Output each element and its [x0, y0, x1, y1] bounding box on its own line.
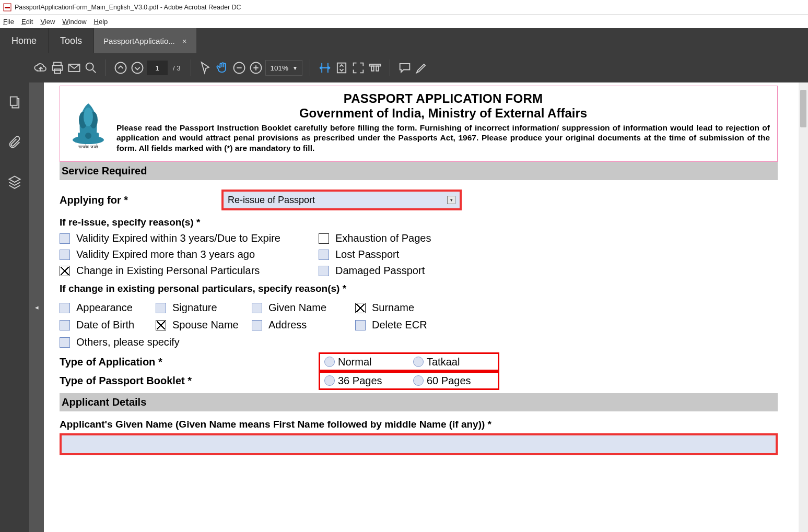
- chevron-down-icon: ▼: [292, 65, 298, 71]
- left-nav-rail: [0, 82, 29, 532]
- separator: [106, 60, 106, 76]
- cb-signature-label: Signature: [172, 302, 217, 314]
- tab-strip: Home Tools PassportApplicatio... ×: [0, 28, 808, 53]
- tab-home[interactable]: Home: [0, 28, 49, 53]
- cb-exhaustion-pages-label: Exhaustion of Pages: [335, 232, 431, 244]
- given-name-input[interactable]: [60, 433, 778, 455]
- svg-point-8: [132, 63, 143, 74]
- given-name-label: Applicant's Given Name (Given Name means…: [60, 419, 778, 430]
- radio-36pages[interactable]: 36 Pages: [320, 375, 409, 387]
- scrollbar-thumb[interactable]: [800, 90, 806, 127]
- menu-file[interactable]: File: [3, 18, 14, 26]
- svg-rect-14: [376, 66, 379, 71]
- zoom-in-icon[interactable]: [249, 61, 263, 75]
- india-emblem-icon: सत्यमेव जयते: [67, 91, 109, 154]
- radio-icon: [413, 357, 424, 367]
- form-subtitle: Government of India, Ministry of Externa…: [116, 106, 770, 121]
- cb-given-name[interactable]: [252, 303, 262, 313]
- highlight-pen-icon[interactable]: [414, 61, 429, 75]
- menu-view[interactable]: View: [40, 18, 55, 26]
- page-number-input[interactable]: [147, 61, 168, 75]
- window-titlebar: PassportApplicationForm_Main_English_V3.…: [0, 0, 808, 15]
- separator: [310, 60, 310, 76]
- tab-document[interactable]: PassportApplicatio... ×: [94, 28, 196, 53]
- print-icon[interactable]: [50, 61, 65, 75]
- menu-window[interactable]: Window: [62, 18, 86, 26]
- section-service-required: Service Required: [60, 162, 778, 180]
- cb-address[interactable]: [252, 320, 262, 330]
- tab-close-icon[interactable]: ×: [182, 37, 187, 45]
- separator: [390, 60, 390, 76]
- svg-text:सत्यमेव जयते: सत्यमेव जयते: [78, 144, 98, 149]
- cb-damaged-passport-label: Damaged Passport: [335, 265, 425, 277]
- menu-edit[interactable]: Edit: [21, 18, 33, 26]
- zoom-value: 101%: [270, 64, 288, 72]
- cloud-upload-icon[interactable]: [33, 61, 48, 75]
- reissue-reason-label: If re-issue, specify reason(s) *: [60, 217, 778, 228]
- cb-others[interactable]: [60, 337, 70, 348]
- cb-lost-passport[interactable]: [319, 250, 329, 260]
- comment-icon[interactable]: [397, 61, 412, 75]
- radio-normal-label: Normal: [338, 356, 371, 368]
- page-down-icon[interactable]: [130, 61, 145, 75]
- cb-change-particulars[interactable]: [60, 266, 70, 276]
- mail-icon[interactable]: [67, 61, 81, 75]
- cb-dob-label: Date of Birth: [76, 319, 134, 331]
- type-booklet-label: Type of Passport Booklet *: [60, 375, 319, 387]
- vertical-scrollbar[interactable]: [799, 82, 808, 532]
- menu-help[interactable]: Help: [94, 18, 108, 26]
- select-arrow-icon[interactable]: [198, 61, 213, 75]
- radio-60pages-label: 60 Pages: [427, 375, 471, 387]
- cb-signature[interactable]: [156, 303, 166, 313]
- zoom-level-select[interactable]: 101% ▼: [265, 60, 302, 76]
- zoom-out-icon[interactable]: [232, 61, 247, 75]
- cb-exhaustion-pages[interactable]: [319, 233, 329, 244]
- hand-tool-icon[interactable]: [215, 61, 230, 75]
- cb-surname[interactable]: [355, 303, 366, 313]
- svg-point-6: [86, 63, 93, 70]
- fit-page-icon[interactable]: [334, 61, 349, 75]
- cb-validity-more-3y-label: Validity Expired more than 3 years ago: [76, 249, 255, 261]
- radio-60pages[interactable]: 60 Pages: [409, 375, 498, 387]
- fit-width-icon[interactable]: [318, 61, 332, 75]
- cb-spouse-name-label: Spouse Name: [172, 319, 239, 331]
- svg-point-7: [115, 63, 126, 74]
- cb-address-label: Address: [268, 319, 307, 331]
- fullscreen-icon[interactable]: [351, 61, 366, 75]
- svg-rect-1: [5, 7, 10, 8]
- applying-for-select[interactable]: Re-issue of Passport ▾: [221, 190, 462, 210]
- cb-spouse-name[interactable]: [156, 320, 166, 330]
- radio-normal[interactable]: Normal: [320, 356, 409, 368]
- cb-delete-ecr[interactable]: [355, 320, 366, 330]
- cb-others-label: Others, please specify: [76, 336, 180, 348]
- page-total: / 3: [173, 64, 180, 72]
- form-title: PASSPORT APPLICATION FORM: [116, 91, 770, 106]
- svg-point-21: [84, 108, 93, 126]
- thumbnails-panel-icon[interactable]: [7, 95, 22, 110]
- document-viewer[interactable]: सत्यमेव जयते PASSPORT APPLICATION FORM G…: [44, 82, 808, 532]
- pdf-page: सत्यमेव जयते PASSPORT APPLICATION FORM G…: [60, 82, 808, 532]
- cb-change-particulars-label: Change in Existing Personal Particulars: [76, 265, 260, 277]
- type-booklet-group: 36 Pages 60 Pages: [319, 371, 499, 390]
- menubar: File Edit View Window Help: [0, 15, 808, 28]
- applying-for-label: Applying for *: [60, 194, 221, 206]
- read-mode-icon[interactable]: [368, 61, 382, 75]
- chevron-down-icon: ▾: [447, 196, 455, 204]
- collapse-rail-button[interactable]: ◂: [29, 82, 44, 532]
- layers-panel-icon[interactable]: [7, 174, 22, 189]
- page-up-icon[interactable]: [113, 61, 128, 75]
- cb-validity-more-3y[interactable]: [60, 250, 70, 260]
- tab-document-label: PassportApplicatio...: [103, 37, 175, 45]
- cb-dob[interactable]: [60, 320, 70, 330]
- cb-appearance[interactable]: [60, 303, 70, 313]
- radio-tatkaal-label: Tatkaal: [427, 356, 460, 368]
- pdf-app-icon: [3, 3, 11, 11]
- attachments-panel-icon[interactable]: [7, 135, 22, 149]
- cb-damaged-passport[interactable]: [319, 266, 329, 276]
- tab-tools[interactable]: Tools: [49, 28, 94, 53]
- cb-validity-expired-3y[interactable]: [60, 233, 70, 244]
- cb-validity-expired-3y-label: Validity Expired within 3 years/Due to E…: [76, 232, 280, 244]
- search-icon[interactable]: [84, 61, 98, 75]
- change-reason-label: If change in existing personal particula…: [60, 283, 778, 294]
- radio-tatkaal[interactable]: Tatkaal: [409, 356, 498, 368]
